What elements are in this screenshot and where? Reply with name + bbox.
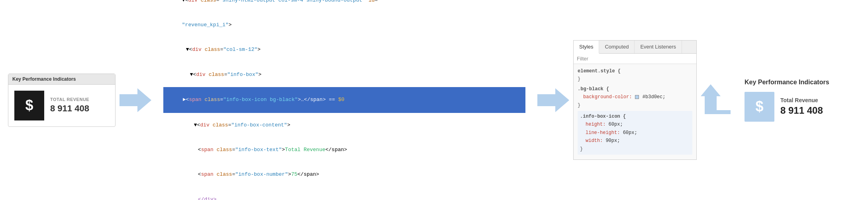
css-value-height: 60px; [609, 122, 623, 127]
css-prop-line-height: line-height: [586, 130, 623, 136]
tab-styles[interactable]: Styles [574, 41, 599, 54]
css-block-element-style: element.style { } [578, 67, 692, 83]
code-line-6: ▼<div class="info-box-content"> [163, 113, 525, 138]
kpi-widget-after: $ Total Revenue 8 911 408 [745, 92, 852, 122]
arrow-2-container [533, 88, 573, 112]
css-value-line-height: 60px; [623, 130, 637, 136]
devtools-tabs: Styles Computed Event Listeners [574, 41, 696, 54]
css-prop-width: width: [586, 138, 605, 144]
main-container: Key Performance Indicators $ TOTAL REVEN… [0, 0, 868, 200]
arrow-3-container [697, 82, 737, 118]
css-selector-info-box-icon: .info-box-icon { [580, 114, 626, 119]
css-selector-element-style: element.style { [578, 68, 621, 74]
code-line-4: ▼<div class="info-box"> [163, 62, 525, 87]
kpi-panel-before: Key Performance Indicators $ TOTAL REVEN… [8, 74, 116, 127]
svg-marker-0 [120, 88, 151, 112]
kpi-widget-before: $ TOTAL REVENUE 8 911 408 [8, 85, 115, 126]
svg-marker-1 [537, 88, 569, 112]
arrow-1-container [116, 88, 155, 112]
css-prop-bg-color: background-color: [583, 94, 635, 100]
arrow-up-right-icon [701, 82, 733, 118]
kpi-icon-box-blue: $ [745, 92, 774, 122]
css-block-bg-black: .bg-black { background-color: #b3d0ec; } [578, 85, 692, 109]
devtools-panel: Styles Computed Event Listeners Filter e… [573, 40, 697, 160]
code-line-8: <span class="info-box-number">75</span> [163, 162, 525, 187]
css-value-width: 90px; [605, 138, 620, 144]
arrow-right-1-icon [120, 88, 151, 112]
kpi-content-before: TOTAL REVENUE 8 911 408 [50, 97, 89, 114]
tab-event-listeners[interactable]: Event Listeners [635, 41, 682, 53]
tab-computed[interactable]: Computed [599, 41, 635, 53]
kpi-value-before: 8 911 408 [50, 103, 89, 114]
kpi-panel-after: Key Performance Indicators $ Total Reven… [737, 75, 860, 126]
css-color-swatch [635, 95, 639, 99]
kpi-panel-before-header: Key Performance Indicators [8, 74, 115, 85]
code-line-7: <span class="info-box-text">Total Revenu… [163, 138, 525, 162]
css-block-info-box-icon: .info-box-icon { height: 60px; line-heig… [578, 111, 692, 155]
code-line-3: ▼<div class="col-sm-12"> [163, 38, 525, 62]
kpi-label-before: TOTAL REVENUE [50, 97, 89, 102]
kpi-content-after: Total Revenue 8 911 408 [780, 97, 823, 116]
devtools-body: element.style { } .bg-black { background… [574, 64, 696, 159]
devtools-filter: Filter [574, 54, 696, 64]
arrow-right-2-icon [537, 88, 569, 112]
css-value-bg-color: #b3d0ec; [643, 94, 666, 100]
css-selector-bg-black: .bg-black { [578, 86, 609, 92]
dollar-icon-after: $ [755, 98, 763, 115]
code-line-1: ▼<div class="shiny-html-output col-sm-4 … [163, 0, 525, 13]
kpi-icon-box-black: $ [14, 91, 44, 120]
css-prop-height: height: [586, 122, 609, 127]
code-line-2: "revenue_kpi_i"> [163, 13, 525, 37]
code-panel: ▼<div class="shiny-html-output col-sm-4 … [155, 0, 533, 200]
kpi-value-after: 8 911 408 [780, 105, 823, 116]
kpi-panel-after-header: Key Performance Indicators [745, 79, 852, 86]
code-line-5-highlighted: ►<span class="info-box-icon bg-black">…<… [163, 87, 525, 113]
dollar-icon: $ [25, 97, 33, 114]
kpi-label-after: Total Revenue [780, 97, 823, 103]
code-line-9: </div> [163, 187, 525, 200]
